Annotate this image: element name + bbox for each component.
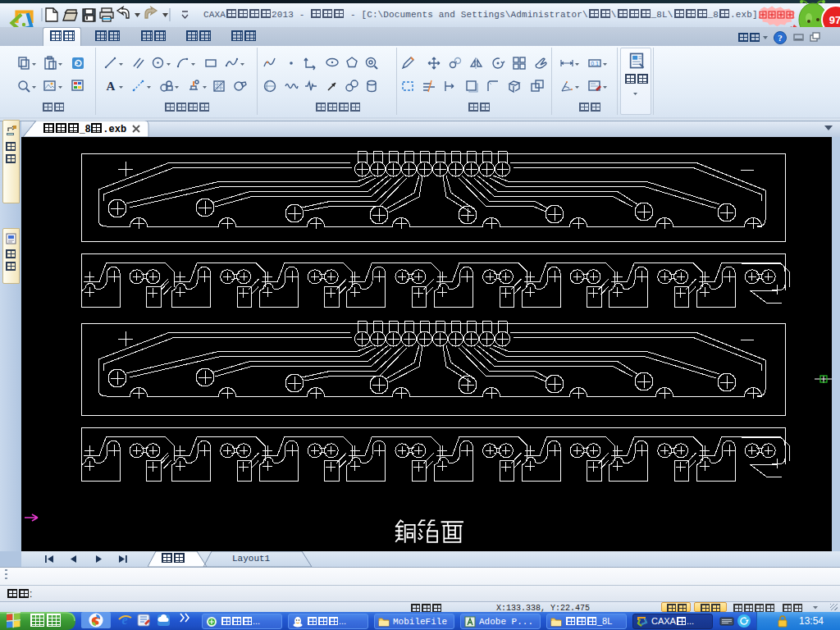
svg-text:?: ?	[778, 33, 783, 43]
svg-text:97: 97	[829, 14, 840, 26]
svg-text:A: A	[107, 80, 116, 93]
svg-text:e: e	[121, 613, 127, 627]
svg-text:0.1: 0.1	[591, 61, 599, 66]
